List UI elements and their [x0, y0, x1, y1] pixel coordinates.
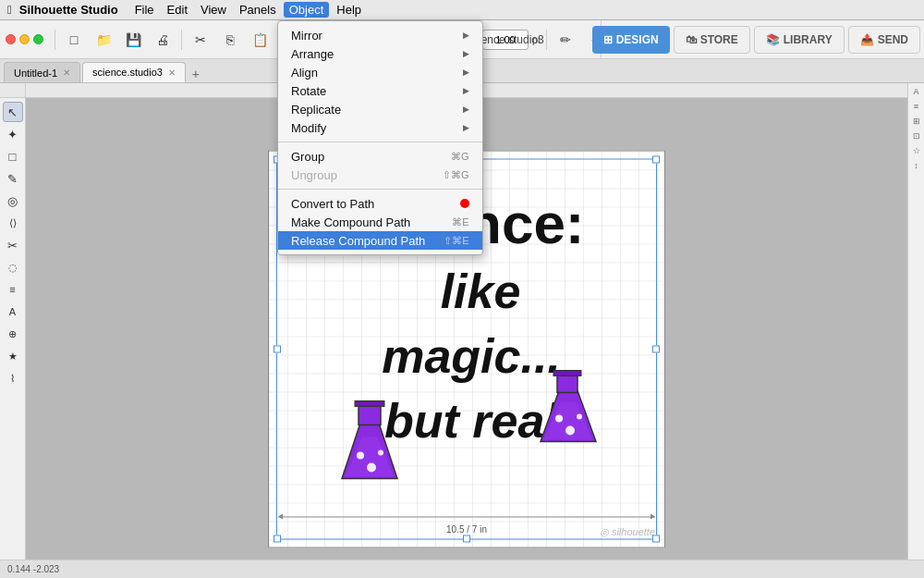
- menu-section-2: Group ⌘G Ungroup ⇧⌘G: [278, 145, 482, 186]
- doc-tab-untitled[interactable]: Untitled-1 ✕: [4, 62, 80, 82]
- copy-button[interactable]: ⎘: [217, 27, 243, 53]
- menu-item-arrange[interactable]: Arrange: [278, 44, 482, 63]
- panel-align[interactable]: ≡: [910, 102, 923, 115]
- doc-tab-close-untitled[interactable]: ✕: [63, 68, 70, 78]
- paste-button[interactable]: 📋: [247, 27, 273, 53]
- close-button[interactable]: [6, 34, 16, 44]
- fullscreen-button[interactable]: [33, 34, 43, 44]
- menu-section-3: Convert to Path Make Compound Path ⌘E Re…: [278, 192, 482, 252]
- doc-tab-science[interactable]: science.studio3 ✕: [82, 62, 186, 82]
- menu-section-1: Mirror Arrange Align Rotate Replicate Mo…: [278, 24, 482, 139]
- selection-handle-mr[interactable]: [652, 345, 660, 352]
- save-button[interactable]: 💾: [120, 27, 146, 53]
- panel-grid[interactable]: ⊞: [910, 117, 923, 129]
- tab-store[interactable]: 🛍 STORE: [674, 26, 750, 54]
- menu-item-modify[interactable]: Modify: [278, 118, 482, 137]
- dim-arrow-left: [278, 513, 283, 519]
- doc-tab-close-science[interactable]: ✕: [168, 68, 176, 78]
- window-controls: [6, 34, 43, 44]
- dim-arrow-right: [650, 513, 655, 519]
- object-dropdown-menu: Mirror Arrange Align Rotate Replicate Mo…: [277, 20, 483, 255]
- right-panel: A ≡ ⊞ ⊡ ☆ ↕: [907, 83, 924, 560]
- zoom-tool[interactable]: ⊕: [3, 324, 23, 344]
- cut-button[interactable]: ✂: [188, 27, 213, 53]
- menu-item-release-compound-path[interactable]: Release Compound Path ⇧⌘E: [278, 231, 482, 250]
- circle-tool[interactable]: ◎: [3, 191, 23, 211]
- panel-layers[interactable]: ⊡: [910, 131, 923, 144]
- open-button[interactable]: 📁: [91, 27, 116, 53]
- menu-item-align[interactable]: Align: [278, 63, 482, 81]
- panel-star[interactable]: ☆: [910, 146, 923, 159]
- new-tab-button[interactable]: +: [188, 66, 204, 82]
- store-icon: 🛍: [686, 33, 697, 46]
- send-icon: 📤: [860, 33, 874, 46]
- shape-tool[interactable]: ★: [3, 346, 23, 366]
- toolbar-separator-2: [181, 30, 182, 50]
- bezier-tool[interactable]: ⟨⟩: [3, 213, 23, 233]
- selection-handle-ml[interactable]: [274, 345, 281, 352]
- toolbar-separator: [55, 30, 55, 50]
- watermark-label: ◎ silhouette: [600, 525, 655, 537]
- print-button[interactable]: 🖨: [150, 27, 176, 53]
- knife-tool[interactable]: ✂: [3, 235, 23, 255]
- library-icon: 📚: [766, 33, 780, 46]
- ruler-corner: [0, 83, 26, 98]
- fill-tool[interactable]: ≡: [3, 279, 23, 300]
- text-tool[interactable]: A: [3, 301, 23, 322]
- convert-indicator: [460, 199, 469, 208]
- new-button[interactable]: □: [61, 27, 87, 53]
- dimension-label: 10.5 / 7 in: [446, 523, 487, 534]
- menu-divider-2: [278, 189, 482, 190]
- menu-divider-1: [278, 141, 482, 142]
- rectangle-tool[interactable]: □: [3, 146, 23, 166]
- tab-library[interactable]: 📚 LIBRARY: [754, 26, 845, 54]
- menu-bar:  Silhouette Studio File Edit View Panel…: [0, 0, 924, 20]
- node-tool[interactable]: ✦: [3, 124, 23, 144]
- menu-item-make-compound-path[interactable]: Make Compound Path ⌘E: [278, 213, 482, 231]
- warp-tool[interactable]: ⌇: [3, 368, 23, 388]
- left-toolbar: ↖ ✦ □ ✎ ◎ ⟨⟩ ✂ ◌ ≡ A ⊕ ★ ⌇: [0, 98, 26, 560]
- menu-item-ungroup: Ungroup ⇧⌘G: [278, 166, 482, 184]
- selection-handle-tr[interactable]: [652, 155, 660, 163]
- panel-text[interactable]: A: [910, 87, 923, 100]
- menu-file[interactable]: File: [129, 2, 160, 18]
- menu-item-convert-to-path[interactable]: Convert to Path: [278, 194, 482, 213]
- topbar-right: ⊞ DESIGN 🛍 STORE 📚 LIBRARY 📤 SEND: [601, 20, 924, 59]
- menu-object[interactable]: Object: [284, 2, 330, 18]
- menu-view[interactable]: View: [195, 2, 232, 18]
- selection-handle-bl[interactable]: [274, 535, 281, 542]
- tab-design[interactable]: ⊞ DESIGN: [592, 26, 670, 54]
- minimize-button[interactable]: [19, 34, 30, 44]
- menu-item-group[interactable]: Group ⌘G: [278, 147, 482, 166]
- dimension-line: [278, 516, 655, 517]
- status-bar: 0.144 -2.023: [0, 560, 924, 578]
- menu-panels[interactable]: Panels: [234, 2, 282, 18]
- menu-item-rotate[interactable]: Rotate: [278, 81, 482, 100]
- eraser-tool[interactable]: ◌: [3, 257, 23, 277]
- tab-send[interactable]: 📤 SEND: [848, 26, 920, 54]
- menu-edit[interactable]: Edit: [162, 2, 193, 18]
- select-tool[interactable]: ↖: [3, 102, 23, 122]
- design-icon: ⊞: [603, 33, 613, 46]
- menu-item-replicate[interactable]: Replicate: [278, 100, 482, 118]
- menu-help[interactable]: Help: [331, 2, 367, 18]
- apple-logo: : [7, 3, 12, 17]
- panel-transform[interactable]: ↕: [910, 161, 923, 174]
- pencil-tool-left[interactable]: ✎: [3, 168, 23, 189]
- cursor-coordinates: 0.144 -2.023: [7, 564, 59, 574]
- menu-item-mirror[interactable]: Mirror: [278, 26, 482, 44]
- app-name[interactable]: Silhouette Studio: [19, 3, 118, 17]
- selection-handle-bm[interactable]: [463, 535, 470, 542]
